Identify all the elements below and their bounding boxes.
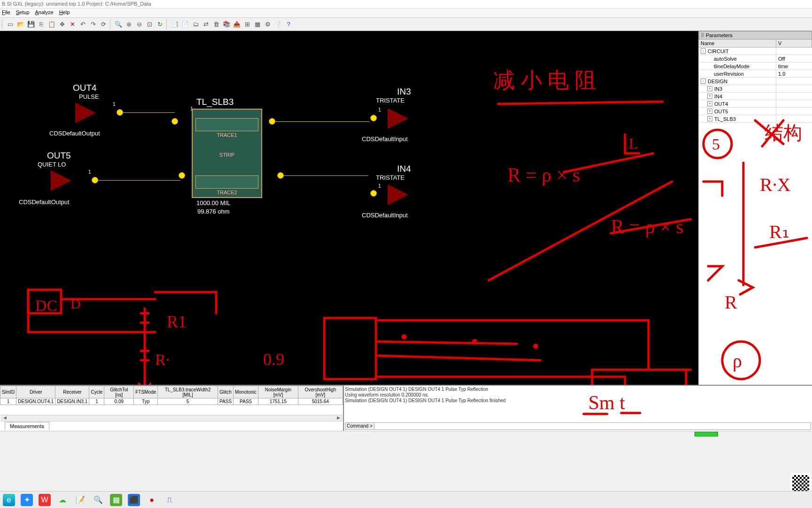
search-icon[interactable]: 🔍 xyxy=(92,494,104,506)
table-header[interactable]: Receiver xyxy=(55,386,89,398)
app2-icon[interactable]: ▦ xyxy=(110,494,122,506)
table-header[interactable]: NoiseMargin [mV] xyxy=(258,386,298,398)
param-row[interactable]: autoSolveOff xyxy=(699,55,812,63)
log-line: Simulation (DESIGN OUT4 1) DESIGN OUT4 1… xyxy=(345,398,811,404)
param-row[interactable]: -DESIGN xyxy=(699,78,812,85)
zoom-fit-icon[interactable]: ⊡ xyxy=(145,20,154,29)
param-row[interactable]: +OUT4 xyxy=(699,100,812,108)
tool4-icon[interactable]: ⇄ xyxy=(201,20,211,29)
table-header[interactable]: Cycle xyxy=(89,386,104,398)
param-row[interactable]: userRevision1.0 xyxy=(699,70,812,78)
param-row[interactable]: +TL_SLB3 xyxy=(699,115,812,123)
menu-analyze[interactable]: Analyze xyxy=(35,9,54,16)
table-header[interactable]: SimID xyxy=(0,386,16,398)
tool2-icon[interactable]: 📄 xyxy=(180,20,190,29)
log-line: Simulation (DESIGN OUT4 1) DESIGN OUT4 1… xyxy=(345,387,811,392)
param-row[interactable]: tlineDelayModetime xyxy=(699,63,812,70)
measurements-tab[interactable]: Measurements xyxy=(5,422,49,430)
measurements-table[interactable]: SimIDDriverReceiverCycleGlitchTol [ns]FT… xyxy=(0,386,343,405)
schematic-canvas[interactable]: OUT4 PULSE CDSDefaultOutput 1 OUT5 QUIET… xyxy=(0,31,698,385)
tree-expander-icon[interactable]: + xyxy=(707,101,712,106)
svg-point-12 xyxy=(703,130,732,158)
table-cell[interactable]: PASS xyxy=(218,398,234,405)
undo-icon[interactable]: ↶ xyxy=(78,20,87,29)
table-hscroll[interactable]: ◀▶ xyxy=(1,415,342,421)
status-bar xyxy=(0,431,812,437)
delete-icon[interactable]: ✕ xyxy=(68,20,77,29)
save-icon[interactable]: 💾 xyxy=(26,20,36,29)
table-header[interactable]: Glitch xyxy=(218,386,234,398)
table-header[interactable]: Monotonic xyxy=(233,386,258,398)
param-row[interactable]: +IN4 xyxy=(699,93,812,100)
app3-icon[interactable]: ⬛ xyxy=(128,494,140,506)
taskbar: e ✦ W ☁ 📝 🔍 ▦ ⬛ ● ⎍ xyxy=(0,491,812,508)
zoom-area-icon[interactable]: 🔍 xyxy=(114,20,123,29)
paste-icon[interactable]: 📋 xyxy=(47,20,56,29)
tree-expander-icon[interactable]: + xyxy=(707,109,712,114)
notes-icon[interactable]: 📝 xyxy=(74,494,86,506)
tool9-icon[interactable]: ▦ xyxy=(253,20,262,29)
table-cell[interactable]: 1 xyxy=(89,398,104,405)
svg-text:R1: R1 xyxy=(167,312,187,331)
tool10-icon[interactable]: ⚙ xyxy=(263,20,273,29)
tree-expander-icon[interactable]: + xyxy=(707,116,712,121)
menu-setup[interactable]: Setup xyxy=(16,9,30,16)
tool8-icon[interactable]: ⊞ xyxy=(242,20,252,29)
table-cell[interactable]: PASS xyxy=(233,398,258,405)
tool11-icon[interactable]: ❔ xyxy=(273,20,283,29)
menu-file[interactable]: FFileile xyxy=(2,9,10,16)
app-icon[interactable]: ✦ xyxy=(21,494,33,506)
tree-expander-icon[interactable]: + xyxy=(707,86,712,91)
param-col-value[interactable]: V xyxy=(776,40,812,47)
table-header[interactable]: TL_SLB3.traceWidth2 [MIL] xyxy=(158,386,218,398)
table-cell[interactable]: 5015.64 xyxy=(298,398,343,405)
wps-icon[interactable]: W xyxy=(39,494,51,506)
table-cell[interactable]: 1 xyxy=(0,398,16,405)
new-icon[interactable]: ▭ xyxy=(6,20,15,29)
copy-icon[interactable]: ⎘ xyxy=(37,20,46,29)
move-icon[interactable]: ✥ xyxy=(57,20,67,29)
parameters-panel: Parameters Name V -CIRCUITautoSolveOfftl… xyxy=(698,31,812,385)
table-cell[interactable]: 5 xyxy=(158,398,218,405)
zoom-in-icon[interactable]: ⊕ xyxy=(124,20,133,29)
svg-text:R·X: R·X xyxy=(760,174,791,195)
param-row[interactable]: +OUT5 xyxy=(699,108,812,115)
table-header[interactable]: GlitchTol [ns] xyxy=(104,386,134,398)
svg-text:5: 5 xyxy=(712,135,720,153)
table-cell[interactable]: DESIGN.OUT4.1 xyxy=(16,398,55,405)
tool7-icon[interactable]: 📤 xyxy=(232,20,242,29)
refresh-icon[interactable]: ↻ xyxy=(155,20,164,29)
table-header[interactable]: OvershootHigh [mV] xyxy=(298,386,343,398)
tree-expander-icon[interactable]: - xyxy=(701,48,706,54)
param-row[interactable]: +IN3 xyxy=(699,85,812,93)
wechat-icon[interactable]: ☁ xyxy=(56,494,69,506)
tool1-icon[interactable]: 📑 xyxy=(170,20,180,29)
tree-expander-icon[interactable]: - xyxy=(701,79,706,84)
tree-expander-icon[interactable]: + xyxy=(707,94,712,99)
rotate-icon[interactable]: ⟳ xyxy=(99,20,108,29)
record-icon[interactable]: ● xyxy=(146,494,158,506)
tool3-icon[interactable]: 🗂 xyxy=(191,20,200,29)
table-header[interactable]: FTSMode xyxy=(134,386,158,398)
svg-text:R: R xyxy=(725,292,737,313)
out4-sub: PULSE xyxy=(79,93,99,100)
table-cell[interactable]: DESIGN.IN3.1 xyxy=(55,398,89,405)
param-col-name[interactable]: Name xyxy=(699,40,776,47)
param-row[interactable]: -CIRCUIT xyxy=(699,48,812,55)
tool5-icon[interactable]: 🗑 xyxy=(211,20,221,29)
table-header[interactable]: Driver xyxy=(16,386,55,398)
tool6-icon[interactable]: 📚 xyxy=(222,20,231,29)
svg-text:R₁: R₁ xyxy=(769,221,789,242)
zoom-out-icon[interactable]: ⊖ xyxy=(134,20,144,29)
redo-icon[interactable]: ↷ xyxy=(88,20,98,29)
edge-icon[interactable]: e xyxy=(3,494,15,506)
help-icon[interactable]: ? xyxy=(284,20,293,29)
parameters-title[interactable]: Parameters xyxy=(699,31,812,40)
sigxl-icon[interactable]: ⎍ xyxy=(164,494,176,506)
menu-help[interactable]: Help xyxy=(59,9,70,16)
command-input[interactable] xyxy=(375,423,811,429)
table-cell[interactable]: Typ xyxy=(134,398,158,405)
table-cell[interactable]: 0.09 xyxy=(104,398,134,405)
table-cell[interactable]: 1751.15 xyxy=(258,398,298,405)
open-icon[interactable]: 📂 xyxy=(16,20,25,29)
